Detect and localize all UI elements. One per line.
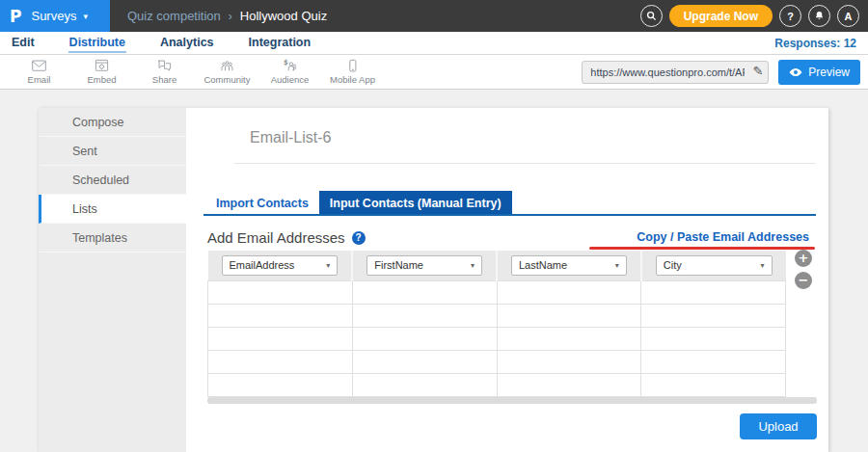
contact-cell[interactable] xyxy=(641,280,786,304)
community-icon xyxy=(219,59,235,73)
sidebar-item-compose[interactable]: Compose xyxy=(39,108,186,137)
tab-input-contacts-manual-entry[interactable]: Input Contacts (Manual Entry) xyxy=(319,191,512,216)
toolbar-right: ✎ Preview xyxy=(582,60,868,85)
contact-cell[interactable] xyxy=(352,280,497,304)
survey-url-input[interactable] xyxy=(582,61,769,84)
top-bar: P Surveys ▾ Quiz competition › Hollywood… xyxy=(0,0,868,32)
sidebar-item-scheduled[interactable]: Scheduled xyxy=(39,166,186,195)
select-value: FirstName xyxy=(374,259,423,271)
contact-row xyxy=(208,327,786,350)
edit-url-icon[interactable]: ✎ xyxy=(752,64,763,78)
breadcrumb-parent[interactable]: Quiz competition xyxy=(127,9,221,23)
upload-button[interactable]: Upload xyxy=(740,413,817,439)
select-value: City xyxy=(664,259,682,271)
contact-row xyxy=(208,373,786,396)
chevron-down-icon: ▾ xyxy=(471,261,475,270)
select-value: LastName xyxy=(519,259,567,271)
nav-item-distribute[interactable]: Distribute xyxy=(68,33,126,53)
nav-item-edit[interactable]: Edit xyxy=(11,33,36,53)
sidebar-item-lists[interactable]: Lists xyxy=(39,195,186,224)
upgrade-now-button[interactable]: Upgrade Now xyxy=(669,5,773,27)
surveys-menu[interactable]: P Surveys ▾ xyxy=(0,0,110,32)
tab-import-contacts[interactable]: Import Contacts xyxy=(205,191,319,216)
toolbar-item-community[interactable]: Community xyxy=(196,59,258,85)
toolbar-item-label: Mobile App xyxy=(330,74,375,85)
toolbar-item-email[interactable]: Email xyxy=(8,59,70,85)
contacts-table: EmailAddress▾ FirstName▾ LastName▾ City▾ xyxy=(207,251,786,397)
toolbar-item-audience[interactable]: $ Audience xyxy=(258,59,321,85)
contact-cell[interactable] xyxy=(641,350,786,373)
toolbar-item-label: Embed xyxy=(87,74,116,85)
column-select-lastname[interactable]: LastName▾ xyxy=(511,255,627,276)
contact-cell[interactable] xyxy=(352,350,497,373)
contact-cell[interactable] xyxy=(208,350,353,373)
distribute-toolbar: Email Embed Share Community $ Audience M… xyxy=(0,55,868,90)
contact-cell[interactable] xyxy=(352,373,497,396)
email-lists-panel: Compose Sent Scheduled Lists Templates E… xyxy=(39,108,828,452)
chevron-down-icon: ▾ xyxy=(760,261,764,270)
contact-cell[interactable] xyxy=(352,304,497,327)
share-icon xyxy=(156,59,173,73)
contact-cell[interactable] xyxy=(641,327,786,350)
chevron-down-icon: ▾ xyxy=(326,261,330,270)
contact-cell[interactable] xyxy=(208,304,353,327)
toolbar-item-label: Audience xyxy=(271,74,310,85)
mobile-app-icon xyxy=(344,59,361,73)
title-divider xyxy=(234,163,816,164)
column-select-city[interactable]: City▾ xyxy=(656,255,773,276)
contact-cell[interactable] xyxy=(352,327,497,350)
section-title: Add Email Addresses xyxy=(207,229,345,246)
survey-url-wrap: ✎ xyxy=(582,61,769,84)
questionpro-logo-icon: P xyxy=(10,7,21,26)
contacts-table-wrap: EmailAddress▾ FirstName▾ LastName▾ City▾ xyxy=(207,251,786,397)
embed-icon xyxy=(94,59,110,73)
remove-row-button[interactable]: − xyxy=(795,272,812,289)
breadcrumb-separator: › xyxy=(229,10,232,23)
toolbar-item-mobile-app[interactable]: Mobile App xyxy=(321,59,384,85)
nav-item-integration[interactable]: Integration xyxy=(248,33,312,53)
breadcrumb-current: Hollywood Quiz xyxy=(240,9,327,23)
contact-cell[interactable] xyxy=(208,327,353,350)
email-sidebar: Compose Sent Scheduled Lists Templates xyxy=(39,108,186,452)
breadcrumb: Quiz competition › Hollywood Quiz xyxy=(127,9,327,23)
contact-cell[interactable] xyxy=(497,327,641,350)
help-icon[interactable]: ? xyxy=(352,231,366,245)
chevron-down-icon: ▾ xyxy=(615,261,619,270)
notifications-button[interactable] xyxy=(808,5,830,27)
toolbar-item-share[interactable]: Share xyxy=(133,59,196,85)
column-select-firstname[interactable]: FirstName▾ xyxy=(366,255,482,276)
contacts-tabs: Import Contacts Input Contacts (Manual E… xyxy=(205,191,512,216)
horizontal-scrollbar[interactable] xyxy=(207,397,817,404)
topbar-actions: Upgrade Now ? A xyxy=(640,5,868,27)
column-mapping-row: EmailAddress▾ FirstName▾ LastName▾ City▾ xyxy=(208,251,786,280)
toolbar-item-label: Email xyxy=(28,74,51,85)
toolbar-item-embed[interactable]: Embed xyxy=(70,59,133,85)
add-row-button[interactable]: + xyxy=(795,250,812,267)
preview-button[interactable]: Preview xyxy=(778,60,860,85)
contact-cell[interactable] xyxy=(497,350,641,373)
contact-cell[interactable] xyxy=(208,280,353,304)
nav-item-analytics[interactable]: Analytics xyxy=(159,33,215,53)
avatar[interactable]: A xyxy=(837,5,859,27)
tab-underline xyxy=(203,214,816,216)
contact-cell[interactable] xyxy=(497,280,641,304)
contacts-table-body xyxy=(208,280,786,396)
toolbar-item-label: Community xyxy=(203,74,250,85)
contact-cell[interactable] xyxy=(497,304,641,327)
responses-count[interactable]: Responses: 12 xyxy=(774,37,856,50)
contact-cell[interactable] xyxy=(641,304,786,327)
eye-icon xyxy=(789,67,802,77)
contact-row xyxy=(208,280,786,304)
help-button[interactable]: ? xyxy=(779,5,801,27)
contact-row xyxy=(208,350,786,373)
copy-paste-email-link[interactable]: Copy / Paste Email Addresses xyxy=(637,230,809,244)
sidebar-item-templates[interactable]: Templates xyxy=(39,224,186,253)
page-title: Email-List-6 xyxy=(250,129,331,146)
sidebar-item-sent[interactable]: Sent xyxy=(39,137,186,166)
red-annotation-underline xyxy=(589,247,815,250)
contact-cell[interactable] xyxy=(497,373,641,396)
column-select-emailaddress[interactable]: EmailAddress▾ xyxy=(222,255,339,276)
contact-cell[interactable] xyxy=(208,373,353,396)
contact-cell[interactable] xyxy=(641,373,786,396)
search-icon[interactable] xyxy=(640,5,663,27)
